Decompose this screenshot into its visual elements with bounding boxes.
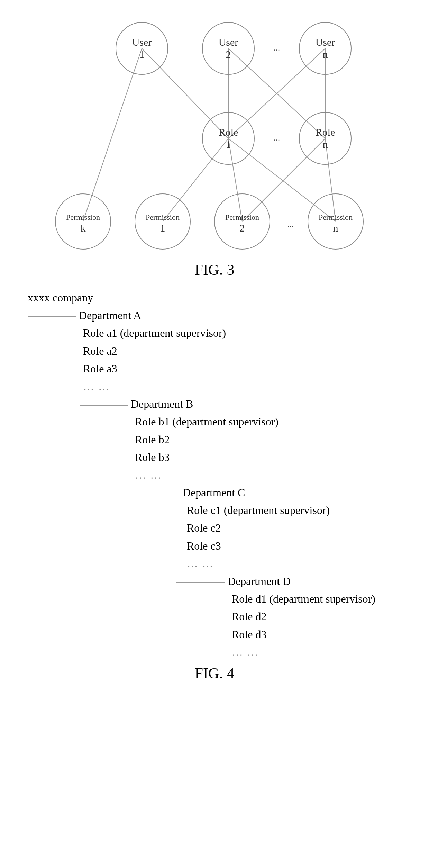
node-permission-k: Permission k: [55, 194, 111, 249]
role-c2: Role c2: [28, 519, 422, 537]
node-user-1-label2: 1: [139, 48, 145, 60]
node-permission-n: Permission n: [308, 194, 363, 249]
node-pn-label1: Permission: [319, 213, 353, 221]
node-p1-label2: 1: [160, 222, 165, 234]
figure-4-tree: xxxx company Department A Role a1 (depar…: [28, 289, 422, 661]
role-a2: Role a2: [28, 342, 422, 360]
fig4-caption: FIG. 4: [7, 664, 422, 682]
dept-a-row: Department A: [28, 307, 422, 324]
dept-b-name: Department B: [131, 398, 193, 410]
node-role-1-label2: 1: [226, 138, 231, 150]
dept-b-row: Department B: [28, 395, 422, 413]
role-a3: Role a3: [28, 360, 422, 378]
dept-c-name: Department C: [183, 486, 245, 499]
dept-c-more: … …: [28, 555, 422, 572]
ellipsis-roles: ...: [274, 133, 280, 142]
role-c3: Role c3: [28, 537, 422, 555]
role-c1: Role c1 (department supervisor): [28, 501, 422, 519]
fig3-caption: FIG. 3: [7, 261, 422, 279]
edge-rn-pn: [325, 138, 336, 221]
company-name: xxxx company: [28, 289, 422, 307]
node-p2-label1: Permission: [225, 213, 259, 221]
connector-icon: [80, 405, 128, 406]
node-role-n-label1: Role: [316, 126, 335, 138]
dept-d-row: Department D: [28, 572, 422, 590]
node-role-n-label2: n: [323, 138, 328, 150]
role-d2: Role d2: [28, 608, 422, 625]
dept-c-row: Department C: [28, 484, 422, 501]
node-user-1-label1: User: [132, 36, 152, 48]
connector-icon: [131, 494, 180, 494]
node-p2-label2: 2: [240, 222, 245, 234]
dept-b-more: … …: [28, 466, 422, 484]
dept-a-name: Department A: [79, 309, 141, 322]
node-p1-label1: Permission: [146, 213, 180, 221]
role-b3: Role b3: [28, 449, 422, 466]
figure-3-diagram: User 1 User 2 ... User n Role 1 ... Role…: [48, 14, 381, 257]
role-a1: Role a1 (department supervisor): [28, 324, 422, 342]
node-user-1: User 1: [116, 22, 168, 74]
node-permission-2: Permission 2: [214, 194, 270, 249]
role-b1: Role b1 (department supervisor): [28, 413, 422, 431]
edge-u1-r1: [142, 48, 228, 138]
node-pk-label1: Permission: [66, 213, 100, 221]
connector-icon: [176, 582, 225, 583]
node-role-1-label1: Role: [219, 126, 238, 138]
role-d3: Role d3: [28, 626, 422, 643]
ellipsis-users: ...: [274, 43, 280, 52]
dept-d-name: Department D: [228, 575, 291, 587]
role-d1: Role d1 (department supervisor): [28, 590, 422, 608]
dept-a-more: … …: [28, 378, 422, 395]
ellipsis-permissions: ...: [287, 220, 294, 229]
edge-rn-p2: [242, 138, 325, 221]
edge-r1-pn: [228, 138, 336, 221]
node-user-2-label2: 2: [226, 48, 231, 60]
node-user-2-label1: User: [219, 36, 238, 48]
edge-r1-p2: [228, 138, 242, 221]
dept-d-more: … …: [28, 643, 422, 661]
node-pk-label2: k: [81, 222, 86, 234]
edge-r1-p1: [163, 138, 228, 221]
node-user-n-label1: User: [316, 36, 335, 48]
node-permission-1: Permission 1: [135, 194, 190, 249]
connector-icon: [28, 316, 76, 317]
role-b2: Role b2: [28, 431, 422, 449]
fig3-svg: User 1 User 2 ... User n Role 1 ... Role…: [48, 14, 381, 256]
node-user-n-label2: n: [323, 48, 328, 60]
node-pn-label2: n: [333, 222, 338, 234]
